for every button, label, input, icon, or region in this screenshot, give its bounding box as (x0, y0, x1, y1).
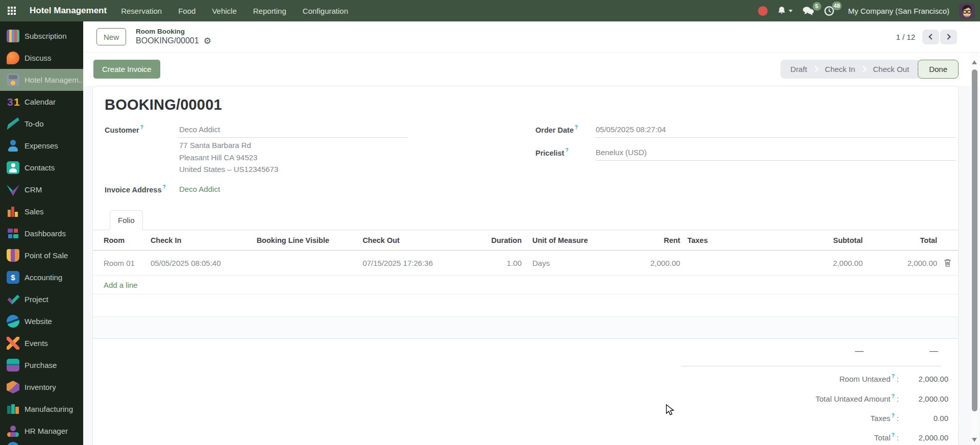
folio-table-row[interactable]: Room 01 05/05/2025 08:05:40 07/15/2025 1… (93, 251, 958, 276)
app-sidebar: Subscription Discuss Hotel Managem... Ca… (0, 21, 83, 445)
help-marker-icon: ? (892, 432, 895, 438)
pager-next-button[interactable] (940, 30, 957, 44)
manufacturing-app-icon (7, 403, 19, 415)
total-value: 2,000.00 (899, 433, 948, 442)
sidebar-item-inventory[interactable]: Inventory (0, 376, 83, 398)
help-marker-icon: ? (140, 125, 143, 130)
sidebar-item-sales[interactable]: Sales (0, 201, 83, 222)
cell-unit-of-measure[interactable]: Days (532, 259, 628, 267)
company-name[interactable]: My Company (San Francisco) (848, 7, 949, 15)
pager: 1 / 12 (896, 30, 980, 44)
column-header-duration[interactable]: Duration (488, 236, 522, 244)
totals-separator (681, 366, 941, 366)
top-navbar: Hotel Management Reservation Food Vehicl… (0, 0, 980, 21)
user-avatar[interactable] (959, 3, 975, 19)
sidebar-item-manufacturing[interactable]: Manufacturing (0, 398, 83, 420)
activities-button[interactable]: 48 (824, 6, 835, 16)
cell-total[interactable]: 2,000.00 (863, 259, 937, 267)
pricelist-field[interactable]: Benelux (USD) (596, 148, 647, 157)
total-label: Total? : (874, 433, 899, 442)
website-app-icon (7, 315, 19, 328)
purchase-app-icon (7, 359, 19, 372)
new-button[interactable]: New (96, 28, 126, 45)
recording-indicator-icon[interactable] (758, 6, 768, 16)
sidebar-item-hotel-management[interactable]: Hotel Managem... (0, 69, 83, 91)
menu-vehicle[interactable]: Vehicle (212, 7, 236, 15)
messages-button[interactable]: 5 (802, 6, 814, 16)
record-name: BOOKING/00001 (136, 36, 199, 46)
room-untaxed-label: Room Untaxed? : (839, 374, 899, 383)
sidebar-item-accounting[interactable]: Accounting (0, 266, 83, 288)
cell-rent[interactable]: 2,000.00 (628, 259, 680, 267)
total-row-room-untaxed: Room Untaxed? : 2,000.00 (839, 374, 948, 383)
sidebar-item-project[interactable]: Project (0, 288, 83, 310)
sidebar-item-purchase[interactable]: Purchase (0, 354, 83, 376)
cell-room[interactable]: Room 01 (104, 259, 151, 267)
stage-check-out[interactable]: Check Out (863, 60, 919, 79)
sidebar-item-expenses[interactable]: Expenses (0, 135, 83, 157)
order-date-field[interactable]: 05/05/2025 08:27:04 (596, 125, 666, 134)
empty-table-row (93, 294, 958, 317)
cell-check-out[interactable]: 07/15/2025 17:26:36 (362, 259, 488, 267)
stage-done-active[interactable]: Done (918, 60, 959, 79)
address-line: 77 Santa Barbara Rd (179, 139, 278, 152)
cell-check-in[interactable]: 05/05/2025 08:05:40 (151, 259, 257, 267)
sidebar-item-dashboards[interactable]: Dashboards (0, 222, 83, 244)
sidebar-item-calendar[interactable]: Calendar (0, 91, 83, 113)
sidebar-item-subscription[interactable]: Subscription (0, 25, 83, 47)
total-placeholder-dash: — (929, 346, 938, 356)
add-a-line-link[interactable]: Add a line (104, 281, 138, 289)
customer-label: Customer? (105, 125, 143, 134)
delete-row-button[interactable] (937, 259, 958, 267)
menu-reservation[interactable]: Reservation (121, 7, 162, 15)
menu-food[interactable]: Food (178, 7, 195, 15)
column-header-booking-line-visible[interactable]: Booking Line Visible (257, 236, 363, 244)
order-date-underline (596, 137, 956, 138)
sidebar-item-todo[interactable]: To-do (0, 113, 83, 135)
pager-previous-button[interactable] (922, 30, 939, 44)
column-header-taxes[interactable]: Taxes (688, 236, 781, 244)
stage-check-in[interactable]: Check In (815, 60, 865, 79)
taxes-label: Taxes? : (870, 413, 899, 423)
create-invoice-button[interactable]: Create Invoice (93, 60, 160, 79)
column-header-check-out[interactable]: Check Out (362, 236, 488, 244)
address-line: Pleasant Hill CA 94523 (179, 152, 278, 164)
cell-subtotal[interactable]: 2,000.00 (780, 259, 863, 267)
column-header-subtotal[interactable]: Subtotal (780, 236, 863, 244)
cell-duration[interactable]: 1.00 (488, 259, 522, 267)
point-of-sale-app-icon (7, 249, 19, 262)
scrollbar-thumb[interactable] (972, 69, 977, 411)
messages-count-badge: 5 (813, 2, 821, 11)
menu-reporting[interactable]: Reporting (253, 7, 286, 15)
menu-configuration[interactable]: Configuration (303, 7, 348, 15)
tab-folio[interactable]: Folio (110, 210, 143, 230)
add-line-row: Add a line (93, 276, 958, 294)
sidebar-item-website[interactable]: Website (0, 310, 83, 332)
gear-icon[interactable]: ⚙ (204, 37, 211, 45)
total-row-taxes: Taxes? : 0.00 (870, 413, 948, 423)
column-header-total[interactable]: Total (863, 236, 937, 244)
partial-app-icon (7, 442, 19, 445)
column-header-rent[interactable]: Rent (628, 236, 680, 244)
column-header-unit-of-measure[interactable]: Unit of Measure (532, 236, 628, 244)
accounting-app-icon (7, 271, 19, 284)
sidebar-item-events[interactable]: Events (0, 332, 83, 354)
app-brand[interactable]: Hotel Management (30, 6, 107, 16)
sidebar-item-contacts[interactable]: Contacts (0, 157, 83, 179)
scroll-up-arrow[interactable] (972, 60, 977, 64)
topbar-systray: 5 48 My Company (San Francisco) (758, 3, 980, 19)
sidebar-item-point-of-sale[interactable]: Point of Sale (0, 244, 83, 266)
column-header-check-in[interactable]: Check In (151, 236, 257, 244)
scroll-down-arrow[interactable] (972, 438, 977, 442)
invoice-address-field[interactable]: Deco Addict (179, 185, 220, 193)
notifications-bell-button[interactable] (777, 6, 793, 15)
pager-count[interactable]: 1 / 12 (896, 33, 915, 41)
customer-field[interactable]: Deco Addict (179, 125, 220, 134)
sidebar-item-hr-manager[interactable]: HR Manager (0, 420, 83, 442)
sidebar-item-discuss[interactable]: Discuss (0, 47, 83, 69)
breadcrumb-parent[interactable]: Room Booking (136, 27, 211, 36)
sidebar-item-partial[interactable] (0, 442, 83, 445)
column-header-room[interactable]: Room (104, 236, 151, 244)
sidebar-item-crm[interactable]: CRM (0, 179, 83, 201)
apps-menu-button[interactable] (0, 0, 23, 21)
